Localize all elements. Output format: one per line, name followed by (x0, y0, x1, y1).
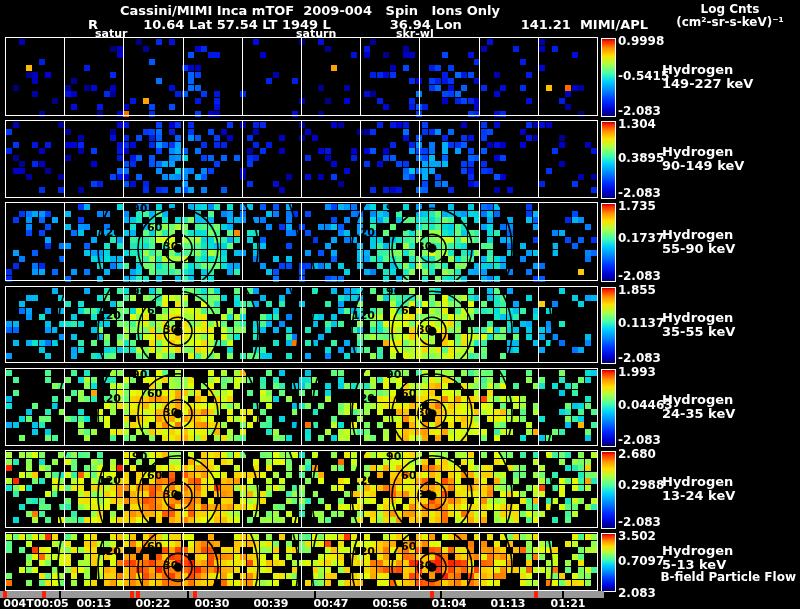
event-label-skr-wl: skr-wl (396, 27, 434, 40)
spectrogram-canvas (0, 0, 800, 609)
cbar-max-row6: 2.680 (618, 447, 656, 461)
band-label-row6: Hydrogen13-24 keV (662, 475, 735, 503)
cbar-min-row2: -2.083 (618, 186, 661, 200)
band-label-row5: Hydrogen24-35 keV (662, 393, 735, 421)
cbar-mid-row2: 0.3895 (618, 151, 664, 165)
band-label-row3: Hydrogen55-90 keV (662, 228, 735, 256)
cbar-max-row7: 3.502 (618, 529, 656, 543)
cbar-min-row6: -2.083 (618, 515, 661, 529)
cbar-min-row4: -2.083 (618, 351, 661, 365)
cbar-max-row1: 0.9998 (618, 34, 664, 48)
time-tick-10: 01:21 (550, 597, 585, 609)
time-tick-4: 00:30 (194, 597, 229, 609)
time-tick-9: 01:13 (490, 597, 525, 609)
colorbar-row5 (601, 369, 616, 447)
mimi-inca-browse-window: { "title_line1": "Cassini/MIMI Inca mTOF… (0, 0, 800, 609)
time-event-marker (130, 591, 134, 598)
band-label-row1: Hydrogen149-227 keV (662, 63, 753, 91)
colorbar-title: Log Cnts (cm²-sr-s-keV)⁻¹ (660, 3, 800, 29)
colorbar-row2 (601, 121, 616, 199)
event-label-saturn2: saturn (296, 27, 336, 40)
time-tick-6: 00:47 (313, 597, 348, 609)
cbar-mid-row3: 0.1737 (618, 231, 664, 245)
colorbar-row7 (601, 533, 616, 592)
time-tick-3: 00:22 (135, 597, 170, 609)
time-tick-7: 00:56 (372, 597, 407, 609)
colorbar-row3 (601, 203, 616, 282)
cbar-min-row5: -2.083 (618, 433, 661, 447)
time-tick-5: 00:39 (253, 597, 288, 609)
time-event-marker (534, 591, 538, 598)
bfield-flow-label: B-field Particle Flow (640, 570, 796, 584)
colorbar-row6 (601, 451, 616, 529)
cbar-min-row1: -2.083 (618, 104, 661, 118)
cbar-mid-row4: 0.1137 (618, 316, 664, 330)
cbar-max-row5: 1.993 (618, 365, 656, 379)
cbar-min-row3: -2.083 (618, 269, 661, 283)
colorbar-row1 (601, 38, 616, 117)
cbar-max-row3: 1.735 (618, 199, 656, 213)
cbar-mid-row6: 0.2988 (618, 478, 664, 492)
cbar-max-row2: 1.304 (618, 117, 656, 131)
time-tick-2: 00:13 (76, 597, 111, 609)
band-label-row2: Hydrogen90-149 keV (662, 145, 744, 173)
page-title: Cassini/MIMI Inca mTOF 2009-004 Spin Ion… (0, 3, 620, 18)
trajectory-readout: R 10.64 Lat 57.54 LT 1949 L 36.94 Lon 14… (88, 17, 648, 32)
time-tick-8: 01:04 (431, 597, 466, 609)
cbar-min-row7: 2.083 (618, 586, 656, 600)
cbar-max-row4: 1.855 (618, 283, 656, 297)
band-label-row7: Hydrogen5-13 keV (662, 544, 733, 572)
cbar-mid-row7: 0.7097 (618, 554, 664, 568)
time-tick-1: 004T00:05 (3, 597, 68, 609)
colorbar-title-line2: (cm²-sr-s-keV)⁻¹ (660, 16, 800, 29)
event-label-saturn1: satur (95, 27, 127, 40)
band-label-row4: Hydrogen35-55 keV (662, 311, 735, 339)
colorbar-row4 (601, 287, 616, 364)
